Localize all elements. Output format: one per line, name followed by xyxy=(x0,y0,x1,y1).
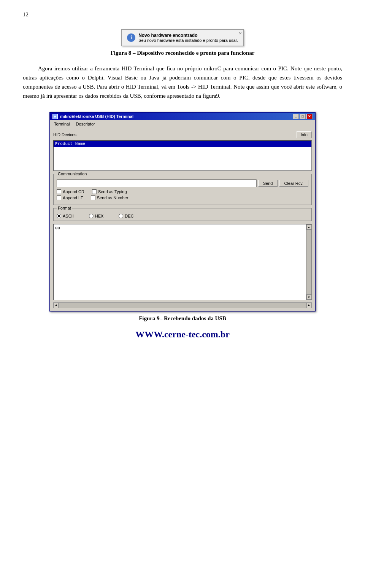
close-button[interactable]: ✕ xyxy=(306,114,313,119)
notification-text: Novo hardware encontrado Seu novo hardwa… xyxy=(138,33,238,43)
hid-body: HID Devices: Info Product-Name Communica… xyxy=(50,128,315,311)
format-legend: Format xyxy=(57,206,72,210)
communication-group: Communication Send Clear Rcv. Append CR … xyxy=(53,174,312,205)
hex-radio-circle[interactable] xyxy=(89,214,94,218)
dec-radio[interactable]: DEC xyxy=(119,214,133,218)
communication-legend: Communication xyxy=(57,172,88,176)
hid-terminal-window: H mikroElektronika USB (HID) Terminal _ … xyxy=(49,112,316,311)
hex-label: HEX xyxy=(95,214,104,218)
notification-close[interactable]: ✕ xyxy=(239,31,242,35)
append-lf-box[interactable] xyxy=(57,195,61,200)
maximize-button[interactable]: □ xyxy=(300,114,306,119)
figure9-container: H mikroElektronika USB (HID) Terminal _ … xyxy=(23,112,342,322)
scroll-track xyxy=(306,230,312,294)
dec-label: DEC xyxy=(125,214,133,218)
paragraph1: Agora iremos utilizar a ferramenta HID T… xyxy=(23,64,342,100)
ascii-label: ASCII xyxy=(63,214,74,218)
info-button[interactable]: Info xyxy=(297,131,312,138)
append-lf-label: Append LF xyxy=(63,195,83,200)
notification-subtitle: Seu novo hardware está instalado e pront… xyxy=(138,38,238,43)
hw-notification: i Novo hardware encontrado Seu novo hard… xyxy=(121,29,244,46)
clear-rcv-button[interactable]: Clear Rcv. xyxy=(279,180,308,187)
append-lf-checkbox[interactable]: Append LF xyxy=(57,195,83,200)
figure8-caption: Figura 8 – Dispositivo reconhecido e pro… xyxy=(111,50,255,56)
append-cr-box[interactable] xyxy=(57,189,61,194)
scroll-down-button[interactable]: ▼ xyxy=(306,294,312,300)
checkboxes-row1: Append CR Send as Typing xyxy=(57,189,308,194)
format-row: ASCII HEX DEC xyxy=(57,214,308,218)
menu-descriptor[interactable]: Descriptor xyxy=(74,121,97,127)
hid-device-list[interactable]: Product-Name xyxy=(53,140,312,171)
figure8-container: i Novo hardware encontrado Seu novo hard… xyxy=(23,29,342,56)
output-area: 00 ▲ ▼ xyxy=(53,224,312,300)
send-as-typing-label: Send as Typing xyxy=(98,189,127,194)
notification-title: Novo hardware encontrado xyxy=(138,33,238,38)
hid-menubar: Terminal Descriptor xyxy=(50,120,315,128)
send-as-typing-box[interactable] xyxy=(92,189,97,194)
hscroll-track xyxy=(59,303,306,308)
append-cr-label: Append CR xyxy=(63,189,84,194)
titlebar-buttons: _ □ ✕ xyxy=(293,114,313,119)
send-as-number-box[interactable] xyxy=(91,195,95,200)
send-button[interactable]: Send xyxy=(258,180,278,187)
checkboxes-row2: Append LF Send as Number xyxy=(57,195,308,200)
send-as-typing-checkbox[interactable]: Send as Typing xyxy=(92,189,127,194)
ascii-radio[interactable]: ASCII xyxy=(57,214,74,218)
info-icon: i xyxy=(127,33,135,42)
titlebar-left: H mikroElektronika USB (HID) Terminal xyxy=(52,114,133,119)
figure9-caption: Figura 9– Recebendo dados da USB xyxy=(139,315,226,322)
hid-device-selected: Product-Name xyxy=(54,141,311,147)
output-scrollbar[interactable]: ▲ ▼ xyxy=(306,224,311,300)
page-number: 12 xyxy=(23,11,342,18)
menu-terminal[interactable]: Terminal xyxy=(52,121,72,127)
horizontal-scrollbar: ◄ ► xyxy=(53,302,312,308)
comm-text-input[interactable] xyxy=(57,180,257,187)
send-as-number-label: Send as Number xyxy=(97,195,129,200)
hid-window-title: mikroElektronika USB (HID) Terminal xyxy=(60,114,133,119)
ascii-radio-dot xyxy=(58,215,60,217)
ascii-radio-circle[interactable] xyxy=(57,214,61,218)
dec-radio-circle[interactable] xyxy=(119,214,123,218)
minimize-button[interactable]: _ xyxy=(293,114,299,119)
hid-devices-row: HID Devices: Info xyxy=(53,131,312,138)
append-cr-checkbox[interactable]: Append CR xyxy=(57,189,84,194)
send-as-number-checkbox[interactable]: Send as Number xyxy=(91,195,129,200)
hid-devices-label: HID Devices: xyxy=(53,132,78,137)
scroll-left-button[interactable]: ◄ xyxy=(53,303,59,308)
scroll-up-button[interactable]: ▲ xyxy=(306,224,312,230)
hid-app-icon: H xyxy=(52,114,58,119)
hex-radio[interactable]: HEX xyxy=(89,214,104,218)
output-text: 00 xyxy=(55,226,60,230)
scroll-right-button[interactable]: ► xyxy=(306,303,312,308)
format-group: Format ASCII HEX DEC xyxy=(53,208,312,221)
website-link[interactable]: WWW.cerne-tec.com.br xyxy=(23,329,342,340)
hid-titlebar: H mikroElektronika USB (HID) Terminal _ … xyxy=(50,113,315,120)
comm-input-row: Send Clear Rcv. xyxy=(57,180,308,187)
